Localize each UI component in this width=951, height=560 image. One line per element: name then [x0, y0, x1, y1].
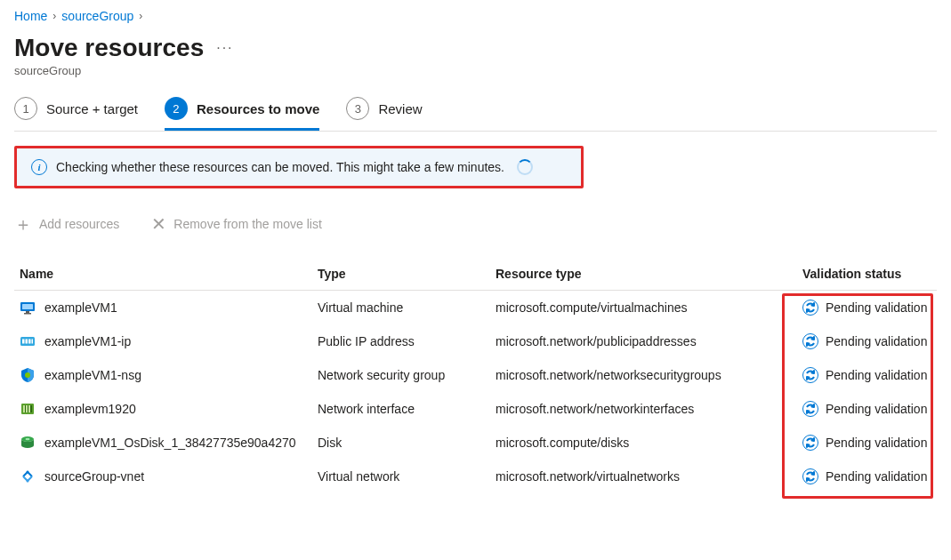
divider: [14, 131, 937, 132]
col-header-name[interactable]: Name: [14, 258, 312, 291]
sync-icon: [802, 401, 818, 417]
table-row[interactable]: exampleVM1-nsgNetwork security groupmicr…: [14, 358, 937, 392]
info-icon: i: [31, 159, 47, 175]
nic-icon: [20, 401, 36, 417]
step-source-target[interactable]: 1 Source + target: [14, 97, 138, 129]
page-subtitle: sourceGroup: [14, 64, 937, 77]
info-text: Checking whether these resources can be …: [56, 160, 504, 174]
sync-icon: [802, 468, 818, 484]
plus-icon: ＋: [14, 215, 32, 233]
sync-icon: [802, 333, 818, 349]
close-icon: ✕: [151, 215, 166, 233]
resource-name: sourceGroup-vnet: [44, 469, 144, 484]
sync-icon: [802, 300, 818, 316]
vnet-icon: [20, 468, 36, 484]
stepper: 1 Source + target 2 Resources to move 3 …: [14, 97, 937, 131]
step-label: Source + target: [46, 101, 138, 116]
resource-type: Network security group: [312, 358, 490, 392]
breadcrumb: Home › sourceGroup ›: [14, 0, 937, 28]
step-review[interactable]: 3 Review: [346, 97, 422, 129]
disk-icon: [20, 435, 36, 451]
info-banner: i Checking whether these resources can b…: [14, 146, 584, 188]
toolbar: ＋ Add resources ✕ Remove from the move l…: [14, 215, 937, 233]
col-header-type[interactable]: Type: [312, 258, 490, 291]
validation-status: Pending validation: [826, 436, 927, 450]
vm-icon: [20, 300, 36, 316]
validation-status: Pending validation: [826, 300, 927, 315]
spinner-icon: [517, 159, 533, 175]
step-number: 1: [14, 97, 37, 120]
resource-name: exampleVM1: [44, 300, 117, 315]
resource-type: Network interface: [312, 392, 490, 426]
more-actions-button[interactable]: ···: [216, 40, 233, 56]
ip-icon: [20, 333, 36, 349]
page-title: Move resources: [14, 34, 204, 62]
step-number: 2: [165, 97, 188, 120]
remove-from-list-button[interactable]: ✕ Remove from the move list: [151, 215, 322, 233]
table-row[interactable]: sourceGroup-vnetVirtual networkmicrosoft…: [14, 460, 937, 493]
validation-status: Pending validation: [826, 469, 927, 484]
validation-status: Pending validation: [826, 334, 927, 348]
col-header-rtype[interactable]: Resource type: [490, 258, 797, 291]
validation-status: Pending validation: [826, 368, 927, 382]
remove-from-list-label: Remove from the move list: [173, 217, 322, 231]
step-label: Review: [378, 101, 422, 116]
resources-table-wrap: Name Type Resource type Validation statu…: [14, 258, 937, 493]
resource-name: exampleVM1-ip: [44, 334, 131, 348]
sync-icon: [802, 367, 818, 383]
resource-provider-type: microsoft.network/publicipaddresses: [490, 324, 797, 358]
step-number: 3: [346, 97, 369, 120]
step-resources-to-move[interactable]: 2 Resources to move: [165, 97, 319, 129]
add-resources-label: Add resources: [39, 217, 119, 231]
sync-icon: [802, 435, 818, 451]
resource-provider-type: microsoft.compute/virtualmachines: [490, 291, 797, 325]
add-resources-button[interactable]: ＋ Add resources: [14, 215, 119, 233]
resource-name: examplevm1920: [44, 402, 136, 416]
resource-type: Disk: [312, 426, 490, 460]
table-row[interactable]: examplevm1920Network interfacemicrosoft.…: [14, 392, 937, 426]
table-row[interactable]: exampleVM1_OsDisk_1_38427735e90a4270Disk…: [14, 426, 937, 460]
resource-name: exampleVM1_OsDisk_1_38427735e90a4270: [44, 436, 296, 450]
breadcrumb-group[interactable]: sourceGroup: [61, 9, 133, 23]
resource-provider-type: microsoft.network/networksecuritygroups: [490, 358, 797, 392]
resources-table: Name Type Resource type Validation statu…: [14, 258, 937, 493]
chevron-right-icon: ›: [52, 10, 56, 22]
breadcrumb-home[interactable]: Home: [14, 9, 47, 23]
resource-name: exampleVM1-nsg: [44, 368, 141, 382]
validation-status: Pending validation: [826, 402, 927, 416]
col-header-status[interactable]: Validation status: [797, 258, 937, 291]
resource-provider-type: microsoft.network/virtualnetworks: [490, 460, 797, 493]
resource-type: Virtual machine: [312, 291, 490, 325]
chevron-right-icon: ›: [139, 10, 142, 22]
table-row[interactable]: exampleVM1Virtual machinemicrosoft.compu…: [14, 291, 937, 325]
resource-type: Virtual network: [312, 460, 490, 493]
nsg-icon: [20, 367, 36, 383]
step-label: Resources to move: [197, 101, 319, 116]
resource-provider-type: microsoft.network/networkinterfaces: [490, 392, 797, 426]
table-row[interactable]: exampleVM1-ipPublic IP addressmicrosoft.…: [14, 324, 937, 358]
resource-type: Public IP address: [312, 324, 490, 358]
resource-provider-type: microsoft.compute/disks: [490, 426, 797, 460]
